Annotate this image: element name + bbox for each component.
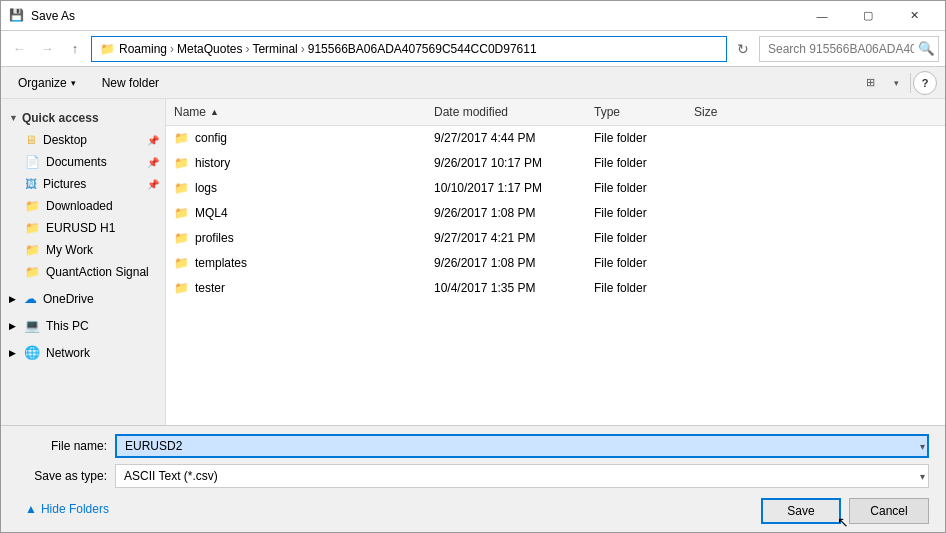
sort-arrow-icon: ▲ bbox=[210, 107, 219, 117]
help-button[interactable]: ? bbox=[913, 71, 937, 95]
folder-icon: 📁 bbox=[25, 199, 40, 213]
file-name-templates: 📁 templates bbox=[166, 254, 426, 272]
folder-icon: 📁 bbox=[25, 265, 40, 279]
address-path[interactable]: 📁 Roaming › MetaQuotes › Terminal › 9155… bbox=[91, 36, 727, 62]
network-section: ▶ 🌐 Network bbox=[1, 341, 165, 364]
file-name-label: templates bbox=[195, 256, 247, 270]
folder-icon: 📁 bbox=[174, 156, 189, 170]
path-folder-icon: 📁 bbox=[100, 42, 115, 56]
file-row-tester[interactable]: 📁 tester 10/4/2017 1:35 PM File folder bbox=[166, 276, 945, 301]
file-name-history: 📁 history bbox=[166, 154, 426, 172]
save-button[interactable]: Save bbox=[761, 498, 841, 524]
search-button[interactable]: 🔍 bbox=[918, 41, 935, 56]
onedrive-chevron-icon: ▶ bbox=[9, 294, 16, 304]
pin-icon: 📌 bbox=[147, 179, 159, 190]
network-icon: 🌐 bbox=[24, 345, 40, 360]
sidebar-item-eurusd[interactable]: 📁 EURUSD H1 bbox=[1, 217, 165, 239]
sidebar-item-documents[interactable]: 📄 Documents 📌 bbox=[1, 151, 165, 173]
sidebar-item-label: QuantAction Signal bbox=[46, 265, 149, 279]
file-date-tester: 10/4/2017 1:35 PM bbox=[426, 279, 586, 297]
file-name-mql4: 📁 MQL4 bbox=[166, 204, 426, 222]
organize-button[interactable]: Organize ▾ bbox=[9, 71, 85, 95]
col-header-name[interactable]: Name ▲ bbox=[166, 103, 426, 121]
main-content: ▼ Quick access 🖥 Desktop 📌 📄 Documents 📌… bbox=[1, 99, 945, 425]
thispc-section: ▶ 💻 This PC bbox=[1, 314, 165, 337]
organize-chevron-icon: ▾ bbox=[71, 78, 76, 88]
refresh-button[interactable]: ↻ bbox=[731, 37, 755, 61]
file-size-profiles bbox=[686, 236, 766, 240]
col-size-label: Size bbox=[694, 105, 717, 119]
file-name-label: logs bbox=[195, 181, 217, 195]
folder-icon: 📁 bbox=[174, 206, 189, 220]
saveastype-select[interactable]: ASCII Text (*.csv) CSV (*.csv) Text (*.t… bbox=[115, 464, 929, 488]
sidebar-item-label: Quick access bbox=[22, 111, 99, 125]
file-name-label: history bbox=[195, 156, 230, 170]
file-row-profiles[interactable]: 📁 profiles 9/27/2017 4:21 PM File folder bbox=[166, 226, 945, 251]
sidebar-item-quantaction[interactable]: 📁 QuantAction Signal bbox=[1, 261, 165, 283]
new-folder-button[interactable]: New folder bbox=[93, 71, 168, 95]
close-button[interactable]: ✕ bbox=[891, 1, 937, 31]
desktop-icon: 🖥 bbox=[25, 133, 37, 147]
maximize-button[interactable]: ▢ bbox=[845, 1, 891, 31]
forward-button[interactable]: → bbox=[35, 37, 59, 61]
folder-icon: 📁 bbox=[174, 256, 189, 270]
up-button[interactable]: ↑ bbox=[63, 37, 87, 61]
dialog-buttons: Save ↖ Cancel bbox=[761, 498, 929, 524]
hide-folders-toggle[interactable]: ▲ Hide Folders bbox=[17, 498, 117, 520]
quick-access-header[interactable]: ▼ Quick access bbox=[1, 107, 165, 129]
sidebar-item-label: Pictures bbox=[43, 177, 86, 191]
col-header-type[interactable]: Type bbox=[586, 103, 686, 121]
sidebar-item-mywork[interactable]: 📁 My Work bbox=[1, 239, 165, 261]
file-type-tester: File folder bbox=[586, 279, 686, 297]
file-row-logs[interactable]: 📁 logs 10/10/2017 1:17 PM File folder bbox=[166, 176, 945, 201]
path-id: 915566BA06ADA407569C544CC0D97611 bbox=[308, 42, 537, 56]
file-row-history[interactable]: 📁 history 9/26/2017 10:17 PM File folder bbox=[166, 151, 945, 176]
file-row-mql4[interactable]: 📁 MQL4 9/26/2017 1:08 PM File folder bbox=[166, 201, 945, 226]
sidebar-item-label: Network bbox=[46, 346, 90, 360]
folder-icon: 📁 bbox=[25, 243, 40, 257]
sidebar-item-onedrive[interactable]: ▶ ☁ OneDrive bbox=[1, 287, 165, 310]
file-name-label: config bbox=[195, 131, 227, 145]
sidebar-item-downloaded[interactable]: 📁 Downloaded bbox=[1, 195, 165, 217]
sidebar-item-pictures[interactable]: 🖼 Pictures 📌 bbox=[1, 173, 165, 195]
documents-icon: 📄 bbox=[25, 155, 40, 169]
sidebar-item-desktop[interactable]: 🖥 Desktop 📌 bbox=[1, 129, 165, 151]
onedrive-section: ▶ ☁ OneDrive bbox=[1, 287, 165, 310]
file-name-label: MQL4 bbox=[195, 206, 228, 220]
file-size-history bbox=[686, 161, 766, 165]
view-chevron-button[interactable]: ▾ bbox=[884, 71, 908, 95]
minimize-button[interactable]: — bbox=[799, 1, 845, 31]
bottom-section: File name: ▾ Save as type: ASCII Text (*… bbox=[1, 425, 945, 532]
file-name-label: profiles bbox=[195, 231, 234, 245]
filename-input[interactable] bbox=[115, 434, 929, 458]
sidebar-item-network[interactable]: ▶ 🌐 Network bbox=[1, 341, 165, 364]
view-icon-button[interactable]: ⊞ bbox=[858, 71, 882, 95]
path-roaming: Roaming bbox=[119, 42, 167, 56]
search-input[interactable] bbox=[759, 36, 939, 62]
toolbar: Organize ▾ New folder ⊞ ▾ ? bbox=[1, 67, 945, 99]
file-row-templates[interactable]: 📁 templates 9/26/2017 1:08 PM File folde… bbox=[166, 251, 945, 276]
filename-row: File name: ▾ bbox=[17, 434, 929, 458]
file-size-logs bbox=[686, 186, 766, 190]
file-type-logs: File folder bbox=[586, 179, 686, 197]
file-type-config: File folder bbox=[586, 129, 686, 147]
sidebar-item-thispc[interactable]: ▶ 💻 This PC bbox=[1, 314, 165, 337]
sidebar-item-label: Desktop bbox=[43, 133, 87, 147]
filename-label: File name: bbox=[17, 439, 107, 453]
col-header-date[interactable]: Date modified bbox=[426, 103, 586, 121]
saveastype-wrapper: ASCII Text (*.csv) CSV (*.csv) Text (*.t… bbox=[115, 464, 929, 488]
title-bar: 💾 Save As — ▢ ✕ bbox=[1, 1, 945, 31]
file-size-config bbox=[686, 136, 766, 140]
back-button[interactable]: ← bbox=[7, 37, 31, 61]
pin-icon: 📌 bbox=[147, 135, 159, 146]
file-list-header: Name ▲ Date modified Type Size bbox=[166, 99, 945, 126]
view-buttons: ⊞ ▾ ? bbox=[858, 71, 937, 95]
sidebar-item-label: This PC bbox=[46, 319, 89, 333]
sidebar-item-label: Downloaded bbox=[46, 199, 113, 213]
address-bar: ← → ↑ 📁 Roaming › MetaQuotes › Terminal … bbox=[1, 31, 945, 67]
cancel-button[interactable]: Cancel bbox=[849, 498, 929, 524]
file-row-config[interactable]: 📁 config 9/27/2017 4:44 PM File folder bbox=[166, 126, 945, 151]
col-header-size[interactable]: Size bbox=[686, 103, 766, 121]
file-date-templates: 9/26/2017 1:08 PM bbox=[426, 254, 586, 272]
filename-input-wrapper: ▾ bbox=[115, 434, 929, 458]
